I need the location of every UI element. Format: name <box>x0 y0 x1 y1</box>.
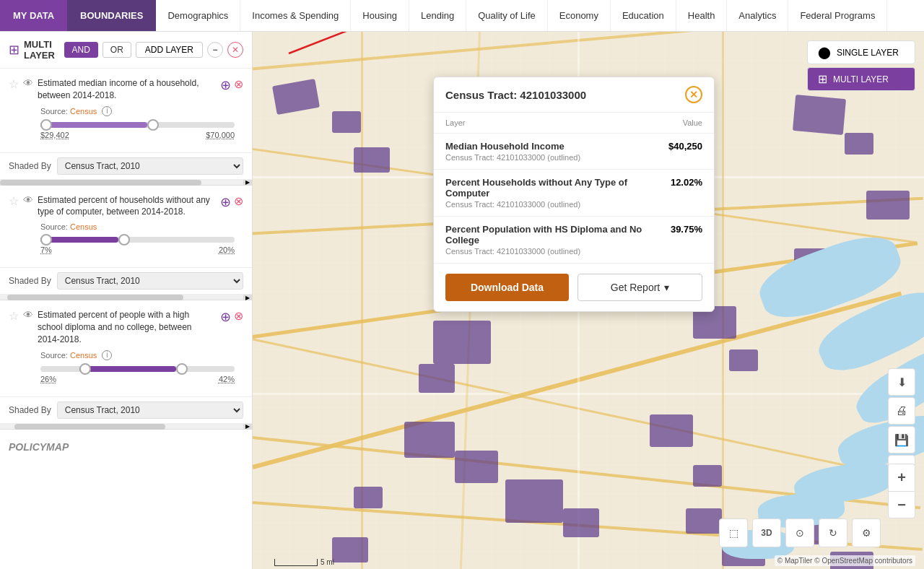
nav-lending[interactable]: Lending <box>409 0 466 31</box>
slider-2-min: 7% <box>40 246 52 254</box>
nav-my-data[interactable]: MY DATA <box>0 0 67 31</box>
layer-card-1: ☆ 👁 Estimated median income of a househo… <box>0 69 252 153</box>
layer-close-3[interactable]: ⊗ <box>234 309 243 325</box>
left-panel: ⊞ MULTI LAYER AND OR ADD LAYER − ✕ ☆ 👁 E… <box>0 32 253 569</box>
popup-title: Census Tract: 42101033000 <box>445 89 586 101</box>
multi-layer-toggle[interactable]: ⊞ MULTI LAYER <box>807 67 915 91</box>
layer-card-3: ☆ 👁 Estimated percent of people with a h… <box>0 300 252 396</box>
single-layer-icon: ⬤ <box>818 45 831 59</box>
nav-federal-programs[interactable]: Federal Programs <box>788 0 887 31</box>
popup-row-2-title: Percent Households without Any Type of C… <box>445 177 645 199</box>
nav-demographics[interactable]: Demographics <box>156 0 240 31</box>
layers-icon: ⊞ <box>9 42 19 58</box>
zoom-in-btn[interactable]: + <box>888 464 915 491</box>
refresh-btn[interactable]: ↻ <box>819 518 847 547</box>
layer-source-1: Source: Census i <box>9 106 243 116</box>
btn-close-panel[interactable]: ✕ <box>227 42 243 58</box>
bottom-map-controls: ⬚ 3D ⊙ ↻ ⚙ <box>719 518 881 547</box>
get-report-btn[interactable]: Get Report ▾ <box>578 274 702 301</box>
scroll-bar-2[interactable]: ▶ <box>0 295 252 300</box>
popup-row-1-title: Median Household Income <box>445 141 645 152</box>
popup-close-btn[interactable]: ✕ <box>685 86 702 103</box>
popup-row-1-value: $40,250 <box>657 134 714 170</box>
layer-source-2: Source: Census <box>9 222 243 231</box>
btn-minimize[interactable]: − <box>207 42 223 58</box>
nav-housing[interactable]: Housing <box>351 0 409 31</box>
download-data-btn[interactable]: Download Data <box>445 274 569 301</box>
layer-card-2: ☆ 👁 Estimated percent of households with… <box>0 186 252 269</box>
3d-btn[interactable]: 3D <box>752 518 781 547</box>
layer-close-1[interactable]: ⊗ <box>234 77 243 93</box>
boundaries-label: BOUNDARIES <box>80 10 143 21</box>
scroll-bar-1[interactable]: ▶ <box>0 180 252 186</box>
layer-add-1[interactable]: ⊕ <box>220 77 231 93</box>
popup-row-3-title: Percent Population with HS Diploma and N… <box>445 224 645 246</box>
popup-table: Layer Value Median Household Income Cens… <box>434 113 714 263</box>
shaded-select-2[interactable]: Census Tract, 2010 Census Tract, 2000 ZI… <box>57 272 243 290</box>
btn-and[interactable]: AND <box>64 42 98 58</box>
shaded-select-1[interactable]: Census Tract, 2010 Census Tract, 2000 ZI… <box>57 157 243 175</box>
popup-header: Census Tract: 42101033000 ✕ <box>434 77 714 113</box>
info-icon-3[interactable]: i <box>102 350 112 360</box>
settings-btn[interactable]: ⚙ <box>852 518 881 547</box>
popup-col-layer: Layer <box>434 113 657 134</box>
nav-boundaries[interactable]: BOUNDARIES <box>67 0 156 31</box>
nav-health[interactable]: Health <box>676 0 728 31</box>
layer-star-2[interactable]: ☆ <box>9 194 19 208</box>
btn-add-layer[interactable]: ADD LAYER <box>136 42 203 58</box>
logo: POLICYMAP <box>0 430 252 464</box>
slider-1-max: $70,000 <box>206 131 235 139</box>
nav-quality-of-life[interactable]: Quality of Life <box>466 0 548 31</box>
zoom-out-btn[interactable]: − <box>888 491 915 518</box>
layer-eye-1[interactable]: 👁 <box>23 77 33 89</box>
btn-or[interactable]: OR <box>103 42 131 58</box>
popup-actions: Download Data Get Report ▾ <box>434 263 714 311</box>
layer-add-3[interactable]: ⊕ <box>220 309 231 325</box>
popup-col-value: Value <box>657 113 714 134</box>
right-controls: ⬤ SINGLE LAYER ⊞ MULTI LAYER <box>807 40 915 91</box>
popup-row-2-value: 12.02% <box>657 170 714 217</box>
layer-eye-3[interactable]: 👁 <box>23 309 33 321</box>
layer-title-1: Estimated median income of a household, … <box>38 77 216 102</box>
select-tool-btn[interactable]: ⬚ <box>719 518 748 547</box>
nav-education[interactable]: Education <box>611 0 676 31</box>
layer-add-2[interactable]: ⊕ <box>220 194 231 210</box>
info-icon-1[interactable]: i <box>102 106 112 116</box>
slider-3[interactable]: 26% 42% <box>9 366 243 383</box>
popup-row-2: Percent Households without Any Type of C… <box>434 170 714 217</box>
popup-row-2-sub: Census Tract: 42101033000 (outlined) <box>445 200 645 209</box>
zoom-controls: + − <box>888 464 915 518</box>
my-data-label: MY DATA <box>13 10 54 21</box>
popup-row-1: Median Household Income Census Tract: 42… <box>434 134 714 170</box>
map-scale: 5 mi <box>274 558 334 566</box>
multi-layer-header: ⊞ MULTI LAYER AND OR ADD LAYER − ✕ <box>0 32 252 69</box>
download-tool-btn[interactable]: ⬇ <box>888 368 915 396</box>
layer-close-2[interactable]: ⊗ <box>234 194 243 210</box>
nav-analytics[interactable]: Analytics <box>727 0 788 31</box>
slider-3-max: 42% <box>219 375 235 383</box>
popup-row-1-sub: Census Tract: 42101033000 (outlined) <box>445 153 645 162</box>
slider-2[interactable]: 7% 20% <box>9 237 243 254</box>
source-link-3[interactable]: Census <box>70 350 97 359</box>
popup-row-3-sub: Census Tract: 42101033000 (outlined) <box>445 247 645 256</box>
source-link-1[interactable]: Census <box>70 106 97 115</box>
slider-3-min: 26% <box>40 375 56 383</box>
layer-star-3[interactable]: ☆ <box>9 309 19 323</box>
map-attribution: © MapTiler © OpenStreetMap contributors <box>775 555 915 566</box>
location-btn[interactable]: ⊙ <box>785 518 814 547</box>
scale-label: 5 mi <box>321 558 334 566</box>
slider-1[interactable]: $29,402 $70,000 <box>9 122 243 139</box>
single-layer-toggle[interactable]: ⬤ SINGLE LAYER <box>807 40 915 64</box>
save-tool-btn[interactable]: 💾 <box>888 426 915 453</box>
layer-star-1[interactable]: ☆ <box>9 77 19 91</box>
source-link-2[interactable]: Census <box>70 222 97 231</box>
nav-economy[interactable]: Economy <box>548 0 611 31</box>
scale-bar <box>274 559 318 566</box>
shaded-select-3[interactable]: Census Tract, 2010 Census Tract, 2000 ZI… <box>57 401 243 419</box>
print-tool-btn[interactable]: 🖨 <box>888 397 915 425</box>
layer-eye-2[interactable]: 👁 <box>23 194 33 206</box>
map-area[interactable]: ⊞ MULTI LAYER AND OR ADD LAYER − ✕ ☆ 👁 E… <box>0 32 924 569</box>
nav-incomes-spending[interactable]: Incomes & Spending <box>240 0 351 31</box>
scroll-bar-3[interactable]: ▶ <box>0 424 252 430</box>
slider-1-min: $29,402 <box>40 131 69 139</box>
